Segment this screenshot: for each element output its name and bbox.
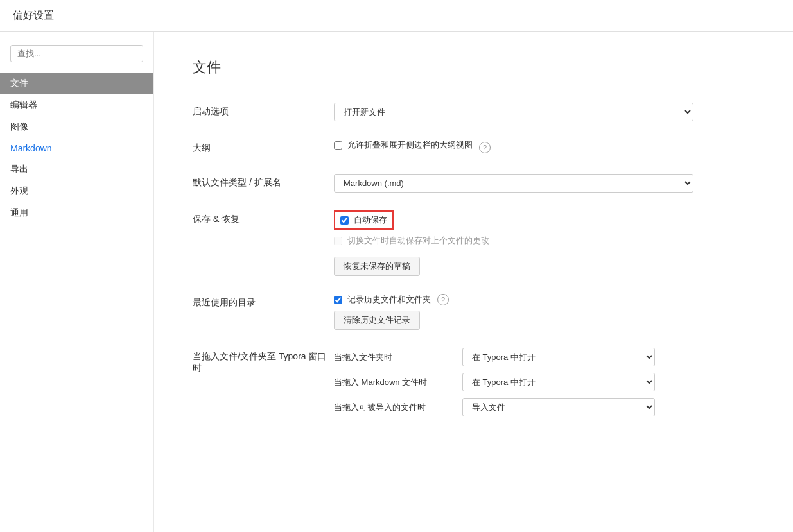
history-row: 记录历史文件和文件夹 ? [334, 294, 754, 305]
startup-select[interactable]: 打开新文件 恢复上次的文件 打开指定文件夹 [334, 103, 693, 121]
sidebar-item-editor[interactable]: 编辑器 [0, 94, 153, 116]
recover-button[interactable]: 恢复未保存的草稿 [334, 257, 420, 276]
filetype-select[interactable]: Markdown (.md) 纯文本 (.txt) 其他 [334, 174, 693, 193]
startup-row: 启动选项 打开新文件 恢复上次的文件 打开指定文件夹 [193, 103, 754, 121]
drag-label: 当拖入文件/文件夹至 Typora 窗口时 [193, 348, 334, 374]
recentdirs-label: 最近使用的目录 [193, 294, 334, 309]
sidebar: 文件编辑器图像Markdown导出外观通用 [0, 32, 154, 532]
filetype-label: 默认文件类型 / 扩展名 [193, 174, 334, 189]
sidebar-item-markdown[interactable]: Markdown [0, 138, 153, 159]
outline-control: 允许折叠和展开侧边栏的大纲视图 ? [334, 139, 754, 156]
drag-sublabel-2: 当拖入可被导入的文件时 [334, 402, 462, 413]
sidebar-item-general[interactable]: 通用 [0, 202, 153, 224]
drag-select-1[interactable]: 在 Typora 中打开 在外部编辑器中打开 [462, 373, 655, 391]
drag-row: 当拖入文件/文件夹至 Typora 窗口时 当拖入文件夹时 在 Typora 中… [193, 348, 754, 423]
recentdirs-row: 最近使用的目录 记录历史文件和文件夹 ? 清除历史文件记录 [193, 294, 754, 330]
filetype-control: Markdown (.md) 纯文本 (.txt) 其他 [334, 174, 754, 193]
outline-checkbox-label[interactable]: 允许折叠和展开侧边栏的大纲视图 [334, 139, 473, 151]
sidebar-nav: 文件编辑器图像Markdown导出外观通用 [0, 73, 153, 224]
drag-sublabel-1: 当拖入 Markdown 文件时 [334, 377, 462, 388]
history-checkbox[interactable] [334, 296, 342, 304]
section-title: 文件 [193, 58, 754, 77]
sidebar-item-export[interactable]: 导出 [0, 159, 153, 180]
startup-control: 打开新文件 恢复上次的文件 打开指定文件夹 [334, 103, 754, 121]
recentdirs-control: 记录历史文件和文件夹 ? 清除历史文件记录 [334, 294, 754, 330]
drag-subrow-0: 当拖入文件夹时 在 Typora 中打开 在文件管理器中打开 [334, 348, 754, 366]
switch-checkbox[interactable] [334, 237, 342, 245]
startup-label: 启动选项 [193, 103, 334, 117]
outline-label: 大纲 [193, 139, 334, 154]
clear-history-button[interactable]: 清除历史文件记录 [334, 311, 420, 330]
history-help-icon[interactable]: ? [437, 294, 449, 305]
search-wrapper [0, 45, 153, 73]
drag-sublabel-0: 当拖入文件夹时 [334, 352, 462, 363]
saverestore-label: 保存 & 恢复 [193, 210, 334, 225]
top-bar: 偏好设置 [0, 0, 793, 32]
saverestore-control: 自动保存 切换文件时自动保存对上个文件的更改 恢复未保存的草稿 [334, 210, 754, 276]
outline-help-icon[interactable]: ? [479, 142, 491, 153]
drag-controls: 当拖入文件夹时 在 Typora 中打开 在文件管理器中打开 当拖入 Markd… [334, 348, 754, 423]
autosave-highlight-box: 自动保存 [334, 210, 394, 230]
drag-subrow-2: 当拖入可被导入的文件时 导入文件 在外部程序中打开 [334, 398, 754, 416]
saverestore-row: 保存 & 恢复 自动保存 切换文件时自动保存对上个文件的更改 恢复未保存的草稿 [193, 210, 754, 276]
drag-select-0[interactable]: 在 Typora 中打开 在文件管理器中打开 [462, 348, 655, 366]
autosave-checkbox[interactable] [340, 216, 349, 225]
sidebar-item-image[interactable]: 图像 [0, 116, 153, 138]
outline-checkbox[interactable] [334, 141, 342, 150]
history-label[interactable]: 记录历史文件和文件夹 [334, 294, 431, 305]
drag-subrow-1: 当拖入 Markdown 文件时 在 Typora 中打开 在外部编辑器中打开 [334, 373, 754, 391]
outline-checkbox-row: 允许折叠和展开侧边栏的大纲视图 ? [334, 139, 754, 156]
filetype-row: 默认文件类型 / 扩展名 Markdown (.md) 纯文本 (.txt) 其… [193, 174, 754, 193]
main-content: 文件 启动选项 打开新文件 恢复上次的文件 打开指定文件夹 大纲 [154, 32, 793, 532]
app-title: 偏好设置 [13, 10, 54, 21]
sidebar-item-appearance[interactable]: 外观 [0, 180, 153, 202]
search-input[interactable] [10, 45, 143, 62]
autosave-label[interactable]: 自动保存 [340, 214, 387, 226]
drag-select-2[interactable]: 导入文件 在外部程序中打开 [462, 398, 655, 416]
outline-row: 大纲 允许折叠和展开侧边栏的大纲视图 ? [193, 139, 754, 156]
switch-checkbox-row: 切换文件时自动保存对上个文件的更改 [334, 235, 754, 246]
sidebar-item-files[interactable]: 文件 [0, 73, 153, 94]
